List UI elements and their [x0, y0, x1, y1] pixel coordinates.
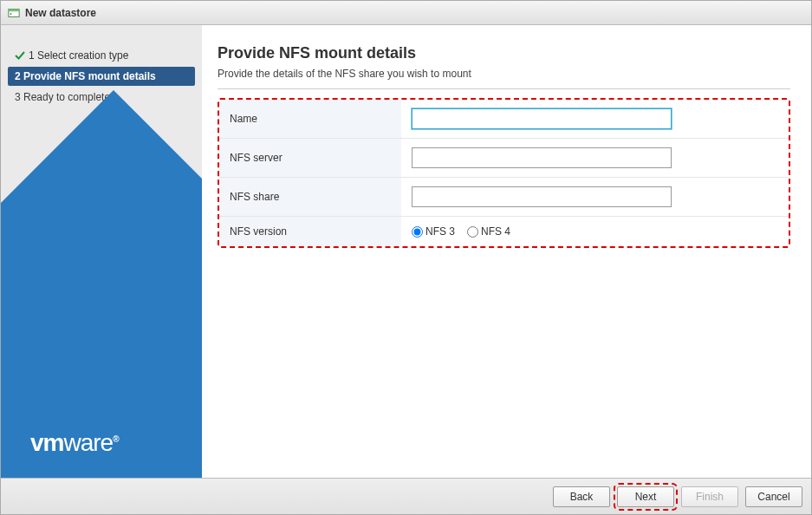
dialog-body: 1 Select creation type 2 Provide NFS mou…: [1, 25, 811, 478]
step-label: 1 Select creation type: [29, 49, 128, 62]
radio-nfs3-label[interactable]: NFS 3: [412, 225, 455, 238]
radio-nfs3[interactable]: [412, 226, 423, 238]
vmware-logo: vmware®: [30, 429, 119, 457]
nfs-share-input[interactable]: [412, 186, 672, 207]
logo-ware: ware: [63, 429, 113, 456]
step-label: 3 Ready to complete: [15, 91, 110, 103]
row-nfs-server: NFS server: [219, 139, 789, 178]
nfs-server-input[interactable]: [412, 147, 672, 168]
label-name: Name: [219, 100, 401, 139]
name-input[interactable]: [412, 108, 672, 129]
wizard-steps: 1 Select creation type 2 Provide NFS mou…: [1, 25, 202, 107]
sidebar-decorative-triangle: [1, 90, 202, 478]
radio-nfs4-text: NFS 4: [481, 225, 510, 238]
page-subtitle: Provide the details of the NFS share you…: [218, 68, 790, 80]
radio-nfs4-label[interactable]: NFS 4: [467, 225, 510, 238]
svg-point-2: [10, 13, 12, 15]
new-datastore-dialog: New datastore 1 Select creation type 2 P…: [0, 0, 812, 515]
step-provide-nfs-mount-details[interactable]: 2 Provide NFS mount details: [8, 67, 195, 86]
checkmark-icon: [15, 50, 25, 61]
page-heading: Provide NFS mount details: [218, 44, 790, 62]
label-nfs-version: NFS version: [219, 217, 401, 247]
wizard-sidebar: 1 Select creation type 2 Provide NFS mou…: [1, 25, 202, 478]
row-nfs-version: NFS version NFS 3 NFS 4: [219, 217, 789, 247]
wizard-main: Provide NFS mount details Provide the de…: [202, 25, 811, 478]
label-nfs-server: NFS server: [219, 139, 401, 178]
next-button-highlight: Next: [617, 486, 674, 507]
step-label: 2 Provide NFS mount details: [15, 70, 156, 82]
nfs-mount-form: Name NFS server NFS share: [219, 100, 789, 246]
next-button[interactable]: Next: [617, 486, 674, 507]
form-highlight-box: Name NFS server NFS share: [218, 98, 790, 248]
logo-vm: vm: [30, 429, 63, 456]
finish-button: Finish: [681, 486, 738, 507]
cancel-button[interactable]: Cancel: [745, 486, 802, 507]
svg-rect-1: [9, 9, 19, 11]
logo-registered: ®: [113, 434, 118, 444]
back-button[interactable]: Back: [553, 486, 610, 507]
row-nfs-share: NFS share: [219, 178, 789, 217]
radio-nfs3-text: NFS 3: [425, 225, 455, 238]
nfs-version-radio-group: NFS 3 NFS 4: [412, 225, 778, 238]
titlebar: New datastore: [1, 1, 811, 25]
radio-nfs4[interactable]: [467, 226, 478, 238]
row-name: Name: [219, 100, 789, 139]
step-select-creation-type[interactable]: 1 Select creation type: [8, 46, 195, 65]
dialog-footer: Back Next Finish Cancel: [1, 478, 811, 514]
heading-divider: [218, 88, 790, 89]
datastore-icon: [8, 7, 20, 19]
window-title: New datastore: [25, 7, 96, 19]
label-nfs-share: NFS share: [219, 178, 401, 217]
